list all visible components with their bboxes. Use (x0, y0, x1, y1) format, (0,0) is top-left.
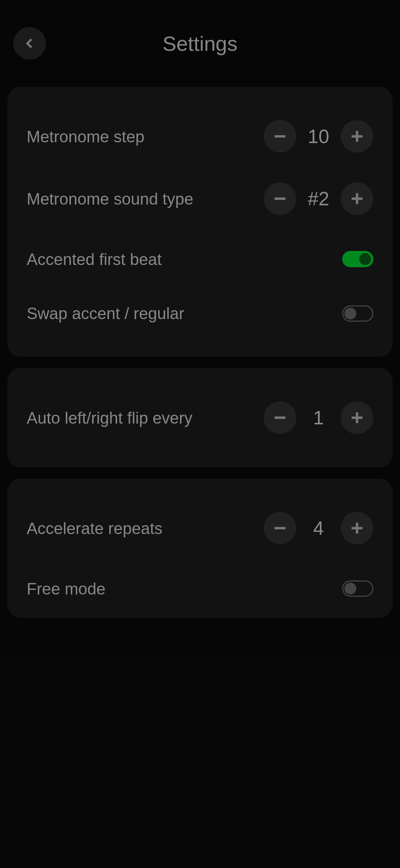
sound-type-value: #2 (296, 188, 341, 210)
auto-flip-plus-button[interactable] (341, 401, 373, 434)
back-button[interactable] (13, 27, 46, 60)
toggle-knob (344, 583, 356, 594)
free-mode-label: Free mode (27, 579, 342, 599)
accelerate-row: Accelerate repeats 4 (27, 478, 373, 559)
plus-icon (349, 520, 365, 536)
sound-type-row: Metronome sound type #2 (27, 168, 373, 230)
auto-flip-row: Auto left/right flip every 1 (27, 368, 373, 467)
page-title: Settings (0, 32, 400, 56)
accelerate-plus-button[interactable] (341, 512, 373, 544)
sound-type-label: Metronome sound type (27, 189, 264, 209)
accelerate-label: Accelerate repeats (27, 518, 264, 539)
accelerate-minus-button[interactable] (264, 512, 296, 544)
free-mode-row: Free mode (27, 559, 373, 618)
plus-icon (349, 191, 365, 207)
auto-flip-label: Auto left/right flip every (27, 408, 264, 428)
accented-first-toggle[interactable] (342, 251, 373, 267)
chevron-left-icon (23, 36, 37, 50)
metronome-step-value: 10 (296, 125, 341, 148)
auto-flip-stepper: 1 (264, 401, 373, 434)
accelerate-card: Accelerate repeats 4 Free mode (7, 478, 393, 618)
swap-accent-toggle[interactable] (342, 305, 373, 322)
sound-type-minus-button[interactable] (264, 182, 296, 215)
metronome-step-row: Metronome step 10 (27, 87, 373, 168)
minus-icon (272, 128, 288, 145)
plus-icon (349, 128, 365, 145)
minus-icon (272, 410, 288, 426)
metronome-step-plus-button[interactable] (341, 120, 373, 153)
auto-flip-value: 1 (296, 407, 341, 429)
metronome-card: Metronome step 10 Metronome sound type #… (7, 87, 393, 357)
minus-icon (272, 520, 288, 536)
minus-icon (272, 191, 288, 207)
metronome-step-stepper: 10 (264, 120, 373, 153)
accelerate-value: 4 (296, 517, 341, 539)
accented-first-row: Accented first beat (27, 230, 373, 288)
header: Settings (0, 0, 400, 87)
swap-accent-label: Swap accent / regular (27, 303, 342, 324)
accented-first-label: Accented first beat (27, 249, 342, 269)
toggle-knob (344, 308, 356, 319)
toggle-knob (359, 253, 371, 265)
metronome-step-minus-button[interactable] (264, 120, 296, 153)
free-mode-toggle[interactable] (342, 580, 373, 597)
content: Metronome step 10 Metronome sound type #… (0, 87, 400, 618)
sound-type-stepper: #2 (264, 182, 373, 215)
sound-type-plus-button[interactable] (341, 182, 373, 215)
auto-flip-minus-button[interactable] (264, 401, 296, 434)
swap-accent-row: Swap accent / regular (27, 288, 373, 357)
auto-flip-card: Auto left/right flip every 1 (7, 368, 393, 467)
accelerate-stepper: 4 (264, 512, 373, 544)
plus-icon (349, 410, 365, 426)
metronome-step-label: Metronome step (27, 126, 264, 147)
